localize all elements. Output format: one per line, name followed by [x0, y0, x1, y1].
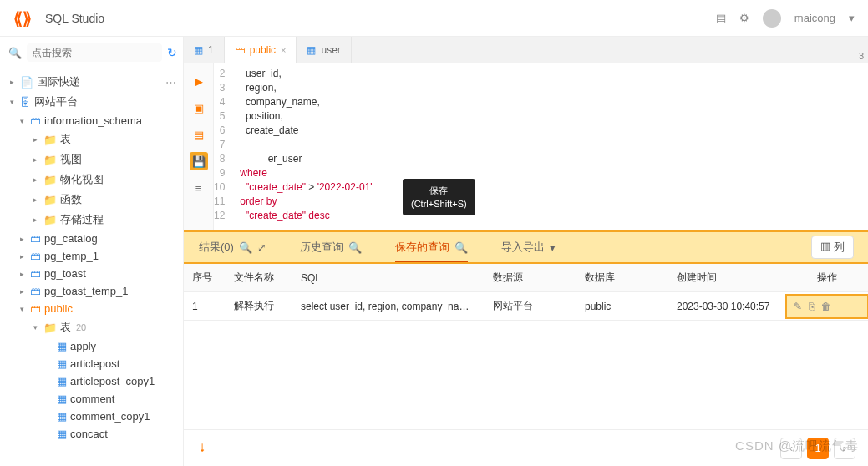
tree-label: 表	[60, 320, 71, 335]
chevron-down-icon[interactable]: ▾	[849, 12, 855, 24]
tree-schema[interactable]: ▸🗃pg_toast	[0, 265, 183, 282]
tree-label: 物化视图	[60, 172, 104, 187]
tree-folder[interactable]: ▸📁物化视图	[0, 170, 183, 190]
watermark: CSDN @流哩流气毒	[735, 438, 859, 454]
tree-label: comment	[70, 393, 114, 405]
database-icon[interactable]: ▤	[716, 12, 726, 24]
tooltip-title: 保存	[411, 184, 467, 197]
tree-folder[interactable]: ▾📁表20	[0, 317, 183, 337]
results-tab[interactable]: 结果(0) 🔍 ⤢	[199, 240, 266, 255]
col-sql: SQL	[292, 266, 485, 291]
tree-table[interactable]: ▦apply	[0, 337, 183, 355]
tree-label: articlepost_copy1	[70, 375, 155, 387]
col-database: 数据库	[576, 264, 668, 291]
save-button[interactable]: 💾	[190, 152, 208, 170]
expand-icon[interactable]: ⤢	[257, 241, 266, 254]
col-datasource: 数据源	[485, 264, 576, 291]
columns-button[interactable]: ▥列	[811, 236, 854, 259]
col-index: 序号	[184, 264, 226, 291]
run-icon[interactable]: ▶	[190, 72, 208, 90]
tab-label: 保存的查询	[395, 240, 449, 255]
more-icon[interactable]: ⋯	[165, 76, 176, 89]
code-editor[interactable]: user_id, region, company_name, position,…	[233, 63, 378, 230]
tab-label: 导入导出	[501, 240, 545, 255]
table-row[interactable]: 1 解释执行 select user_id, region, company_n…	[184, 292, 868, 321]
tree-schema[interactable]: ▸🗃pg_catalog	[0, 230, 183, 247]
tab-count: 3	[859, 51, 864, 61]
app-logo-icon: ⟪⟫	[13, 8, 32, 28]
tree-folder[interactable]: ▸📁视图	[0, 149, 183, 170]
tree-schema-public[interactable]: ▾🗃public	[0, 300, 183, 317]
db-tree: ▸📄国际快递⋯ ▾🗄网站平台 ▾🗃information_schema ▸📁表 …	[0, 68, 183, 466]
explain-icon[interactable]: ▣	[190, 99, 208, 117]
tree-label: concact	[70, 428, 108, 440]
tree-schema[interactable]: ▾🗃information_schema	[0, 112, 183, 129]
tree-table[interactable]: ▦comment	[0, 390, 183, 408]
tree-label: 函数	[60, 192, 82, 207]
tab-user[interactable]: ▦user	[297, 37, 351, 63]
tree-table[interactable]: ▦concact	[0, 425, 183, 443]
delete-icon[interactable]: 🗑	[821, 301, 831, 312]
tree-label: pg_catalog	[44, 232, 98, 245]
ops-cell: ✎ ⎘ 🗑	[785, 294, 868, 319]
tree-label: information_schema	[44, 114, 142, 127]
tab-label: 结果(0)	[199, 240, 234, 255]
tooltip-shortcut: (Ctrl+Shift+S)	[411, 197, 467, 210]
tab-label: 历史查询	[300, 240, 343, 255]
tree-label: 网站平台	[34, 94, 78, 109]
tab-label: user	[321, 44, 340, 56]
tab-label: 1	[208, 44, 214, 56]
tree-table[interactable]: ▦articlepost_copy1	[0, 372, 183, 390]
tree-root[interactable]: ▾🗄网站平台	[0, 92, 183, 112]
chevron-down-icon: ▾	[550, 241, 556, 254]
edit-icon[interactable]: ✎	[794, 301, 802, 312]
tree-label: apply	[70, 340, 96, 352]
tree-schema[interactable]: ▸🗃pg_toast_temp_1	[0, 282, 183, 300]
refresh-icon[interactable]: ↻	[167, 46, 177, 59]
gear-icon[interactable]: ⚙	[739, 12, 749, 24]
search-icon: 🔍	[454, 241, 468, 254]
tree-table[interactable]: ▦articlepost	[0, 355, 183, 372]
import-tab[interactable]: 导入导出 ▾	[501, 240, 556, 255]
list-icon[interactable]: ≡	[190, 179, 208, 197]
tab-label: public	[250, 44, 276, 56]
search-input[interactable]	[27, 43, 162, 62]
close-icon[interactable]: ×	[281, 45, 286, 55]
cell-time: 2023-03-30 10:40:57	[668, 294, 785, 319]
tab-1[interactable]: ▦1	[184, 37, 225, 63]
tree-label: pg_toast	[44, 267, 86, 280]
columns-icon: ▥	[820, 240, 830, 255]
tree-folder[interactable]: ▸📁存储过程	[0, 210, 183, 230]
tree-label: comment_copy1	[70, 410, 150, 423]
search-icon: 🔍	[8, 47, 22, 59]
col-ops: 操作	[785, 264, 868, 291]
avatar[interactable]	[763, 9, 781, 28]
tab-public[interactable]: 🗃public×	[225, 37, 297, 63]
tree-table[interactable]: ▦comment_copy1	[0, 408, 183, 425]
col-time: 创建时间	[668, 264, 785, 291]
editor-tabs: ▦1 🗃public× ▦user 3	[184, 37, 868, 63]
tree-label: pg_temp_1	[44, 250, 99, 262]
username-label: maicong	[794, 12, 835, 24]
save-tooltip: 保存 (Ctrl+Shift+S)	[403, 179, 475, 215]
grid-header: 序号 文件名称 SQL 数据源 数据库 创建时间 操作	[184, 264, 868, 292]
download-icon[interactable]: ⭳	[197, 442, 208, 454]
tree-root[interactable]: ▸📄国际快递⋯	[0, 72, 183, 92]
result-tabs: 结果(0) 🔍 ⤢ 历史查询 🔍 保存的查询 🔍 导入导出 ▾ ▥列	[184, 230, 868, 264]
search-icon: 🔍	[239, 241, 252, 254]
copy-icon[interactable]: ⎘	[809, 301, 815, 312]
cell-database: public	[576, 294, 668, 319]
cell-index: 1	[184, 294, 226, 319]
col-name: 文件名称	[226, 264, 292, 291]
tree-folder[interactable]: ▸📁函数	[0, 190, 183, 210]
tree-label: 视图	[60, 152, 82, 167]
saved-tab[interactable]: 保存的查询 🔍	[395, 240, 468, 255]
tree-schema[interactable]: ▸🗃pg_temp_1	[0, 247, 183, 265]
history-tab[interactable]: 历史查询 🔍	[300, 240, 362, 255]
tree-label: 国际快递	[37, 74, 80, 89]
cell-name: 解释执行	[226, 292, 292, 320]
tree-count: 20	[76, 322, 86, 332]
tree-folder[interactable]: ▸📁表	[0, 129, 183, 149]
format-icon[interactable]: ▤	[190, 125, 208, 144]
tree-label: 表	[60, 132, 71, 147]
